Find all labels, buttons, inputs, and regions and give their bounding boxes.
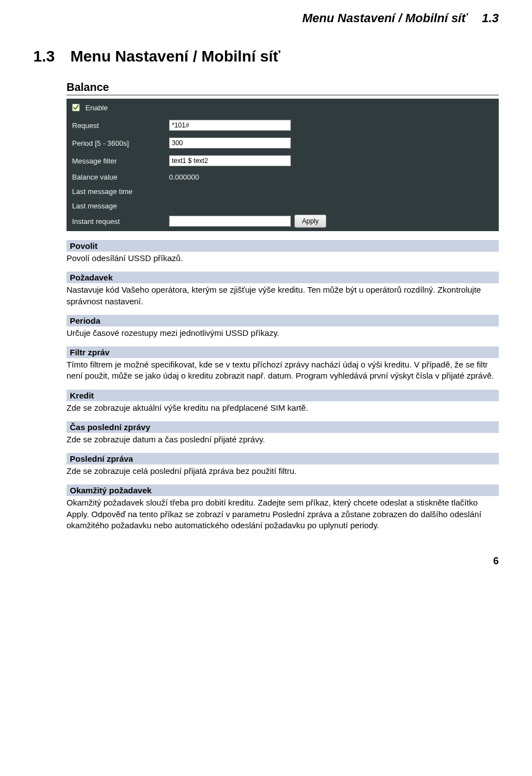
term-povolit-head: Povolit (66, 240, 499, 252)
check-icon (73, 104, 79, 111)
section-title-text: Menu Nastavení / Mobilní síť (70, 48, 280, 65)
header-title: Menu Nastavení / Mobilní síť (302, 11, 467, 25)
section-title: 1.3 Menu Nastavení / Mobilní síť (33, 48, 499, 65)
header-version: 1.3 (482, 11, 499, 25)
instant-row: Instant request Apply (66, 213, 499, 231)
term-okamzity-body: Okamžitý požadavek slouží třeba pro dobi… (66, 496, 499, 533)
request-row: Request (66, 116, 499, 134)
lastmsgtime-row: Last message time (66, 184, 499, 198)
instant-request-input[interactable] (169, 216, 291, 227)
lastmsg-row: Last message (66, 198, 499, 213)
instant-label: Instant request (72, 217, 169, 226)
term-posledni-head: Poslední zpráva (66, 453, 499, 464)
term-pozadavek-head: Požadavek (66, 272, 499, 283)
term-kredit-body: Zde se zobrazuje aktuální výše kreditu n… (66, 401, 499, 416)
balancevalue-value: 0.000000 (169, 173, 199, 181)
descriptions: Povolit Povolí odesílání USSD příkazů. P… (66, 240, 499, 533)
page-header: Menu Nastavení / Mobilní síť 1.3 (33, 11, 499, 25)
apply-button[interactable]: Apply (294, 215, 326, 228)
period-input[interactable] (169, 137, 291, 149)
period-row: Period [5 - 3600s] (66, 134, 499, 152)
enable-checkbox[interactable] (72, 104, 80, 111)
term-perioda-head: Perioda (66, 315, 499, 326)
term-cas-head: Čas poslední zprávy (66, 421, 499, 433)
settings-panel: Enable Request Period [5 - 3600s] Messag… (66, 99, 499, 231)
lastmsgtime-label: Last message time (72, 187, 169, 196)
balancevalue-row: Balance value 0.000000 (66, 170, 499, 184)
request-label: Request (72, 121, 169, 130)
section-number: 1.3 (33, 48, 55, 65)
term-perioda-body: Určuje časové rozestupy mezi jednotlivým… (66, 326, 499, 341)
balance-heading: Balance (66, 81, 499, 95)
term-cas-body: Zde se zobrazuje datum a čas poslední př… (66, 433, 499, 447)
period-label: Period [5 - 3600s] (72, 139, 169, 147)
term-okamzity-head: Okamžitý požadavek (66, 484, 499, 496)
msgfilter-row: Message filter (66, 152, 499, 170)
term-posledni-body: Zde se zobrazuje celá poslední přijatá z… (66, 464, 499, 479)
term-filtr-body: Tímto filtrem je možné specifikovat, kde… (66, 358, 499, 384)
enable-row: Enable (66, 99, 499, 116)
request-input[interactable] (169, 120, 291, 131)
term-pozadavek-body: Nastavuje kód Vašeho operátora, kterým s… (66, 283, 499, 309)
msgfilter-input[interactable] (169, 155, 291, 166)
msgfilter-label: Message filter (72, 157, 169, 165)
term-filtr-head: Filtr zpráv (66, 346, 499, 358)
enable-label: Enable (85, 104, 108, 112)
term-povolit-body: Povolí odesílání USSD příkazů. (66, 252, 499, 266)
term-kredit-head: Kredit (66, 390, 499, 401)
balancevalue-label: Balance value (72, 173, 169, 181)
lastmsg-label: Last message (72, 202, 169, 210)
page-number: 6 (33, 555, 499, 567)
